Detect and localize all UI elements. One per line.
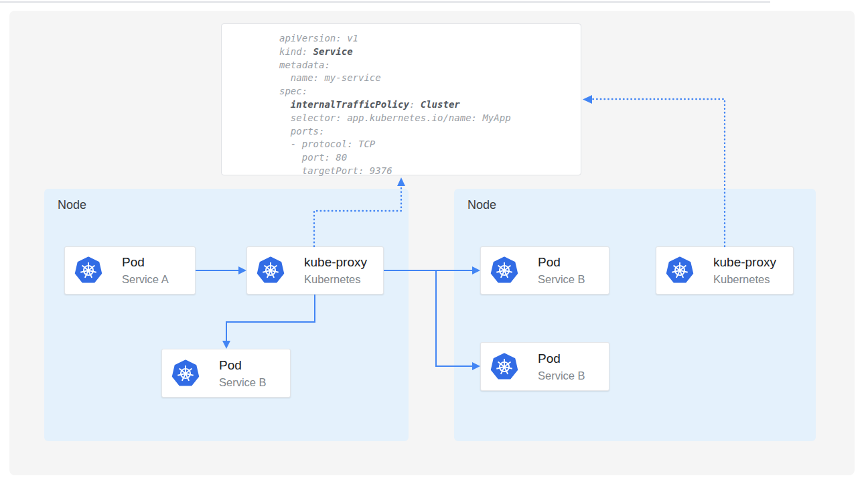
card-subtitle: Service B: [538, 369, 585, 382]
card-pod-service-b-left: Pod Service B: [161, 349, 291, 398]
card-title: kube-proxy: [713, 255, 776, 270]
card-title: Pod: [538, 351, 585, 366]
card-title: Pod: [538, 255, 585, 270]
node-left: Node: [44, 189, 409, 441]
card-kube-proxy-right: kube-proxy Kubernetes: [656, 246, 794, 295]
kubernetes-internal-traffic-policy-diagram: apiVersion: v1kind: Servicemetadata: nam…: [0, 0, 868, 488]
card-kube-proxy-left: kube-proxy Kubernetes: [246, 246, 384, 295]
card-pod-service-b-right-top: Pod Service B: [480, 246, 609, 295]
service-manifest-card: apiVersion: v1kind: Servicemetadata: nam…: [221, 23, 581, 175]
node-right: Node: [454, 189, 816, 441]
manifest-code: apiVersion: v1kind: Servicemetadata: nam…: [279, 32, 575, 178]
card-pod-service-a: Pod Service A: [64, 246, 196, 295]
kubernetes-logo-icon: [74, 256, 102, 284]
top-divider: [0, 1, 770, 3]
card-title: Pod: [122, 255, 169, 270]
node-left-label: Node: [58, 198, 86, 212]
kubernetes-logo-icon: [171, 359, 200, 388]
card-subtitle: Kubernetes: [304, 272, 367, 286]
card-subtitle: Service A: [122, 272, 169, 286]
card-title: Pod: [219, 358, 267, 373]
kubernetes-logo-icon: [257, 256, 285, 284]
card-subtitle: Kubernetes: [713, 272, 776, 286]
node-right-label: Node: [467, 198, 496, 212]
kubernetes-logo-icon: [666, 256, 694, 284]
card-title: kube-proxy: [304, 255, 367, 270]
card-pod-service-b-right-bottom: Pod Service B: [480, 342, 609, 391]
card-subtitle: Service B: [538, 272, 585, 286]
card-subtitle: Service B: [219, 376, 267, 389]
kubernetes-logo-icon: [490, 353, 518, 381]
kubernetes-logo-icon: [490, 256, 518, 284]
